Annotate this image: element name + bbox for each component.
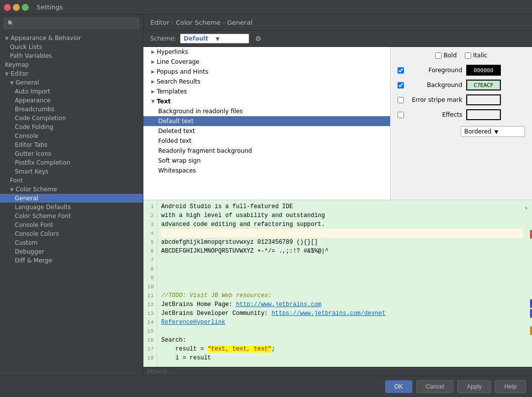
line-number: 15 xyxy=(146,327,154,336)
breadcrumb: Editor › Color Scheme › General xyxy=(143,15,532,31)
error-stripe-checkbox[interactable] xyxy=(398,97,404,103)
sidebar-item-diff-merge[interactable]: Diff & Merge xyxy=(0,256,143,265)
sidebar-item-label: Appearance xyxy=(15,97,50,104)
sidebar-item-general-color[interactable]: General xyxy=(0,194,143,203)
sidebar-item-label: Language Defaults xyxy=(15,204,71,211)
minimize-button[interactable] xyxy=(13,4,20,11)
titlebar: Settings xyxy=(0,0,532,15)
effects-checkbox[interactable] xyxy=(398,112,404,118)
apply-button[interactable]: Apply xyxy=(457,380,491,393)
help-button[interactable]: Help xyxy=(495,380,526,393)
sidebar-item-console[interactable]: Console xyxy=(0,132,143,140)
cat-text[interactable]: ▼ Text xyxy=(143,96,390,106)
chevron-down-icon: ▼ xyxy=(216,36,246,42)
bold-checkbox[interactable] xyxy=(435,52,442,59)
code-line: with a high level of usability and outst… xyxy=(161,211,523,220)
sidebar-item-color-scheme-font[interactable]: Color Scheme Font xyxy=(0,212,143,221)
sidebar-item-smart-keys[interactable]: Smart Keys xyxy=(0,167,143,176)
italic-checkbox-label[interactable]: Italic xyxy=(465,52,488,59)
cat-default-text[interactable]: Default text xyxy=(143,116,390,126)
sidebar-item-label: Console Font xyxy=(15,221,53,228)
code-line xyxy=(161,327,523,336)
sidebar-item-color-scheme[interactable]: ▼ Color Scheme xyxy=(0,185,143,194)
cat-popups-hints[interactable]: ▶ Popups and Hints xyxy=(143,67,390,77)
close-button[interactable] xyxy=(4,4,11,11)
cat-deleted-text[interactable]: Deleted text xyxy=(143,126,390,136)
search-input[interactable] xyxy=(16,20,135,27)
sidebar-item-label: Console xyxy=(15,132,39,139)
cat-soft-wrap[interactable]: Soft wrap sign xyxy=(143,156,390,166)
cat-label: Deleted text xyxy=(158,128,195,134)
sidebar-item-label: Color Scheme Font xyxy=(15,213,71,220)
sidebar-item-general[interactable]: ▼ General xyxy=(0,78,143,87)
sidebar-item-label: Appearance & Behavior xyxy=(11,35,81,42)
sidebar-item-editor-tabs[interactable]: Editor Tabs xyxy=(0,140,143,149)
cat-hyperlinks[interactable]: ▶ Hyperlinks xyxy=(143,47,390,57)
sidebar-item-console-colors[interactable]: Console Colors xyxy=(0,229,143,238)
bold-label: Bold xyxy=(443,52,457,59)
cancel-button[interactable]: Cancel xyxy=(416,380,453,393)
code-line: i = result xyxy=(161,353,523,362)
sidebar-item-path-variables[interactable]: Path Variables xyxy=(0,51,143,60)
foreground-checkbox[interactable] xyxy=(398,67,404,74)
sidebar-item-label: General xyxy=(16,79,39,86)
cat-search-results[interactable]: ▶ Search Results xyxy=(143,77,390,87)
italic-checkbox[interactable] xyxy=(465,52,471,59)
breadcrumb-general: General xyxy=(227,19,252,26)
line-number: 5 xyxy=(146,238,154,247)
cat-bg-readonly[interactable]: Background in readonly files xyxy=(143,106,390,116)
sidebar-item-label: Code Completion xyxy=(15,115,66,122)
sidebar-item-editor[interactable]: ▼ Editor xyxy=(0,69,143,78)
sidebar-item-code-completion[interactable]: Code Completion xyxy=(0,114,143,123)
background-label: Background xyxy=(408,82,462,88)
cat-folded-text[interactable]: Folded text xyxy=(143,136,390,146)
sidebar-item-font[interactable]: Font xyxy=(0,176,143,185)
line-number: 11 xyxy=(146,291,154,300)
sidebar-item-console-font[interactable]: Console Font xyxy=(0,221,143,229)
line-number: 8 xyxy=(146,265,154,273)
line-number: 7 xyxy=(146,256,154,265)
background-checkbox[interactable] xyxy=(398,82,404,88)
ok-button[interactable]: OK xyxy=(385,380,412,393)
sidebar-item-breadcrumbs[interactable]: Breadcrumbs xyxy=(0,105,143,114)
sidebar-item-label: Postfix Completion xyxy=(15,159,70,166)
cat-label: Search Results xyxy=(157,78,200,85)
sidebar-item-custom[interactable]: Custom xyxy=(0,238,143,247)
foreground-color-box[interactable]: 000000 xyxy=(466,65,501,76)
sidebar-item-gutter-icons[interactable]: Gutter Icons xyxy=(0,149,143,158)
cat-whitespaces[interactable]: Whitespaces xyxy=(143,166,390,176)
settings-window: Settings 🔍 ▼ Appearance & Behavior Quick… xyxy=(0,0,532,397)
scheme-value: Default xyxy=(183,35,214,42)
sidebar-item-keymap[interactable]: Keymap xyxy=(0,60,143,69)
breadcrumb-editor: Editor xyxy=(150,19,169,26)
sidebar-item-code-folding[interactable]: Code Folding xyxy=(0,123,143,132)
sidebar-item-appearance-behavior[interactable]: ▼ Appearance & Behavior xyxy=(0,34,143,43)
cat-templates[interactable]: ▶ Templates xyxy=(143,87,390,96)
effects-color-box[interactable] xyxy=(466,109,501,120)
background-color-box[interactable]: C7EACF xyxy=(466,80,501,90)
sidebar: 🔍 ▼ Appearance & Behavior Quick Lists Pa… xyxy=(0,15,143,376)
scheme-dropdown[interactable]: Default ▼ xyxy=(180,34,249,44)
scroll-gutter xyxy=(527,200,532,367)
effects-type-dropdown[interactable]: Bordered ▼ xyxy=(461,126,525,137)
top-split: ▶ Hyperlinks ▶ Line Coverage ▶ Popups an… xyxy=(143,47,532,200)
error-stripe-color-box[interactable] xyxy=(466,94,501,105)
cat-label: Background in readonly files xyxy=(158,108,243,115)
sidebar-item-appearance[interactable]: Appearance xyxy=(0,96,143,105)
sidebar-item-auto-import[interactable]: Auto Import xyxy=(0,87,143,96)
sidebar-item-debugger[interactable]: Debugger xyxy=(0,247,143,256)
maximize-button[interactable] xyxy=(22,4,29,11)
sidebar-item-quick-lists[interactable]: Quick Lists xyxy=(0,43,143,51)
expand-icon: ▼ xyxy=(10,80,14,86)
search-box[interactable]: 🔍 xyxy=(4,18,139,29)
sidebar-item-postfix-completion[interactable]: Postfix Completion xyxy=(0,158,143,167)
scheme-gear-button[interactable]: ⚙ xyxy=(253,34,264,44)
cat-label: Default text xyxy=(158,118,193,125)
error-stripe-row: Error stripe mark xyxy=(398,94,525,105)
cat-label: Soft wrap sign xyxy=(158,157,201,164)
cat-line-coverage[interactable]: ▶ Line Coverage xyxy=(143,57,390,67)
category-list: ▶ Hyperlinks ▶ Line Coverage ▶ Popups an… xyxy=(143,47,391,200)
bold-checkbox-label[interactable]: Bold xyxy=(435,52,457,59)
cat-readonly-fragment[interactable]: Readonly fragment background xyxy=(143,146,390,156)
sidebar-item-language-defaults[interactable]: Language Defaults xyxy=(0,203,143,212)
